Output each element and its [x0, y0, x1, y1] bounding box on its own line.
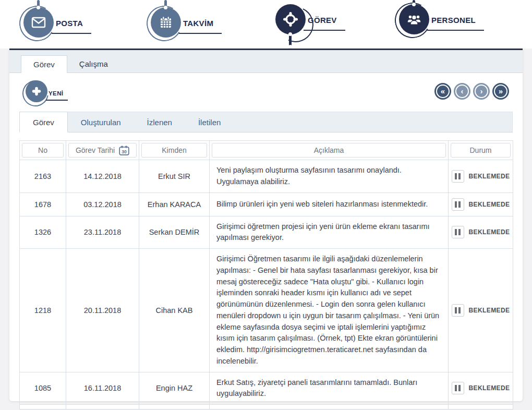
- panel-content: YENİ « ‹ › » Görev Oluşturulan İzlenen İ…: [9, 73, 523, 409]
- nav-stem-dot: [164, 6, 167, 9]
- nav-item-takvim[interactable]: TAKVİM: [151, 7, 222, 38]
- people-icon[interactable]: [399, 4, 429, 34]
- column-header-from[interactable]: Kimden: [141, 143, 207, 158]
- cell-date: 14.12.2018: [66, 160, 139, 193]
- nav-stem-dot: [412, 3, 416, 6]
- main-panel: Görev Çalışma YENİ « ‹ › »: [9, 49, 523, 401]
- nav-label-posta[interactable]: POSTA: [52, 19, 91, 34]
- cell-status: BEKLEMEDE: [449, 249, 513, 372]
- tab-gorev[interactable]: Görev: [21, 55, 67, 73]
- column-header-no[interactable]: No: [22, 143, 64, 158]
- status-badge: BEKLEMEDE: [469, 201, 510, 208]
- nav-item-gorev[interactable]: GÖREV: [275, 4, 345, 34]
- nav-label-personel[interactable]: PERSONEL: [427, 16, 484, 31]
- last-page-button[interactable]: »: [494, 85, 507, 98]
- cell-from: Serkan DEMİR: [139, 216, 210, 249]
- subtab-gorev[interactable]: Görev: [19, 112, 68, 132]
- subtab-iletilen[interactable]: İletilen: [185, 112, 234, 132]
- cell-status: BEKLEMEDE: [449, 160, 513, 193]
- table-row[interactable]: 2163 14.12.2018 Erkut SIR Yeni paylaşım …: [20, 160, 513, 193]
- status-badge: BEKLEMEDE: [469, 228, 510, 236]
- column-header-date[interactable]: Görev Tarihi 30: [68, 143, 137, 158]
- table-row[interactable]: 1678 03.12.2018 Erhan KARACA Bilimp ürün…: [20, 192, 513, 216]
- new-task-label[interactable]: YENİ: [46, 90, 68, 101]
- nav-item-personel[interactable]: PERSONEL: [399, 4, 484, 34]
- toolbar: YENİ « ‹ › »: [19, 79, 513, 110]
- sub-tabstrip: Görev Oluşturulan İzlenen İletilen: [19, 112, 513, 132]
- plus-icon[interactable]: [26, 80, 47, 102]
- new-task-button[interactable]: YENİ: [26, 80, 68, 102]
- top-navigation: POSTA TAKVİM: [0, 0, 532, 49]
- task-table: No Görev Tarihi 30 Kimden: [19, 140, 513, 409]
- table-row[interactable]: 1085 16.11.2018 Engin HAZ Erkut Satış, z…: [20, 372, 513, 405]
- cell-description: Yeni paylaşım oluşturma sayfasının tasar…: [210, 160, 449, 193]
- pause-icon[interactable]: [452, 226, 464, 238]
- cell-date: 16.11.2018: [66, 372, 139, 405]
- status-badge: BEKLEMEDE: [469, 384, 510, 392]
- column-header-desc[interactable]: Açıklama: [212, 143, 446, 158]
- svg-text:30: 30: [122, 149, 127, 154]
- pause-icon[interactable]: [452, 170, 464, 183]
- cell-status: BEKLEMEDE: [449, 192, 513, 216]
- table-header-row: No Görev Tarihi 30 Kimden: [20, 141, 513, 160]
- table-row[interactable]: 1218 20.11.2018 Cihan KAB Girişimci Öğre…: [20, 249, 513, 372]
- nav-stem-dot: [288, 45, 292, 49]
- cell-description: Bilimp ürünleri için yeni web siteleri h…: [210, 192, 449, 216]
- pause-icon[interactable]: [452, 198, 464, 211]
- calendar-icon[interactable]: [151, 7, 181, 38]
- date-picker-icon[interactable]: 30: [119, 146, 129, 155]
- cell-status: BEKLEMEDE: [449, 216, 513, 249]
- cell-from: Cihan KAB: [139, 249, 210, 372]
- cell-date: 23.11.2018: [66, 216, 139, 249]
- cell-date: 03.12.2018: [66, 192, 139, 216]
- next-page-button[interactable]: ›: [475, 85, 488, 98]
- cell-from: Erkut SIR: [139, 160, 210, 193]
- cell-no: 1678: [20, 192, 66, 216]
- cell-no: 1218: [20, 249, 66, 372]
- mail-icon[interactable]: [23, 7, 54, 38]
- pause-icon[interactable]: [452, 382, 464, 394]
- table-footer-row: [20, 405, 513, 409]
- table-row[interactable]: 1326 23.11.2018 Serkan DEMİR Girişimci ö…: [20, 216, 513, 249]
- column-header-status[interactable]: Durum: [451, 143, 511, 158]
- prev-page-button[interactable]: ‹: [455, 85, 469, 98]
- cell-description: Girişimci Öğretmen tasarımı ile ilgili a…: [210, 249, 449, 372]
- status-badge: BEKLEMEDE: [469, 173, 510, 180]
- nav-item-posta[interactable]: POSTA: [23, 7, 91, 38]
- subtab-izlenen[interactable]: İzlenen: [134, 112, 185, 132]
- nav-label-takvim[interactable]: TAKVİM: [179, 19, 222, 34]
- cell-from: Erhan KARACA: [139, 192, 210, 216]
- nav-stem-dot: [288, 32, 292, 36]
- cell-no: 1085: [20, 372, 66, 405]
- nav-stem-dot: [37, 6, 40, 9]
- pause-icon[interactable]: [452, 304, 464, 317]
- cell-status: BEKLEMEDE: [449, 372, 513, 405]
- tab-calisma[interactable]: Çalışma: [67, 55, 120, 73]
- pagination: « ‹ › »: [430, 85, 507, 98]
- nav-label-gorev[interactable]: GÖREV: [304, 16, 345, 31]
- status-badge: BEKLEMEDE: [469, 307, 510, 314]
- cell-description: Girişimci öğretmen projesi için yeni ürü…: [210, 216, 449, 249]
- target-icon[interactable]: [275, 4, 306, 34]
- cell-date: 20.11.2018: [66, 249, 139, 372]
- cell-no: 2163: [20, 160, 66, 193]
- cell-from: Engin HAZ: [139, 372, 210, 405]
- cell-no: 1326: [20, 216, 66, 249]
- subtab-olusturulan[interactable]: Oluşturulan: [68, 112, 134, 132]
- first-page-button[interactable]: «: [436, 85, 450, 98]
- main-tabstrip: Görev Çalışma: [9, 50, 523, 73]
- cell-description: Erkut Satış, ziyaretçi paneli tasarımlar…: [210, 372, 449, 405]
